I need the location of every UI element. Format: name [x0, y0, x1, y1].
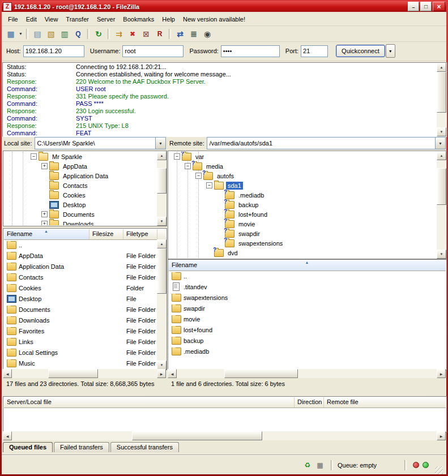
file-row[interactable]: DownloadsFile Folder [4, 315, 156, 325]
file-row[interactable]: CookiesFolder [4, 282, 156, 293]
port-input[interactable] [301, 45, 328, 57]
expand-icon[interactable] [41, 163, 48, 169]
local-path-combobox[interactable]: C:\Users\Mr Sparkle\ [35, 137, 166, 149]
maximize-button[interactable] [420, 2, 432, 11]
combo-dropdown-icon[interactable] [155, 138, 165, 149]
column-header-filename[interactable]: Filename [169, 260, 446, 271]
column-header-filesize[interactable]: Filesize [89, 229, 123, 239]
scroll-right-icon[interactable] [157, 369, 166, 378]
tree-item[interactable]: swapdir [169, 229, 436, 238]
file-row[interactable]: swapextensions [169, 292, 446, 303]
scrollbar-thumb[interactable] [437, 168, 446, 205]
tree-item[interactable]: dvd [169, 248, 436, 258]
remote-list-hscrollbar[interactable] [168, 369, 446, 378]
file-row[interactable]: .. [169, 271, 446, 281]
scroll-left-icon[interactable] [3, 369, 12, 378]
tree-item[interactable]: Documents [4, 209, 156, 219]
toggle-remote-tree-icon[interactable] [58, 28, 71, 40]
tree-item[interactable]: media [169, 161, 436, 171]
reconnect-icon[interactable] [153, 28, 166, 40]
quickconnect-dropdown-icon[interactable] [386, 44, 395, 58]
tree-item[interactable]: Cookies [4, 190, 156, 200]
tree-item-selected[interactable]: sda1 [169, 181, 436, 190]
tree-item[interactable]: Downloads [4, 219, 156, 225]
speed-limits-icon[interactable] [302, 461, 313, 470]
tree-item[interactable]: lost+found [169, 209, 436, 219]
tree-item[interactable]: swapextensions [169, 238, 436, 248]
tree-item[interactable]: Mr Sparkle [4, 152, 156, 161]
tree-item[interactable]: backup [169, 200, 436, 209]
tree-item[interactable]: var [169, 152, 436, 161]
username-input[interactable] [122, 45, 184, 57]
combo-dropdown-icon[interactable] [435, 138, 445, 149]
tree-item[interactable]: AppData [4, 161, 156, 171]
title-bar[interactable]: 192.168.1.20 - root@192.168.1.20 - FileZ… [2, 1, 446, 12]
scroll-up-icon[interactable] [437, 151, 446, 160]
scroll-down-icon[interactable] [437, 127, 446, 136]
collapse-icon[interactable] [174, 153, 180, 160]
cancel-operation-icon[interactable] [126, 28, 139, 40]
file-row[interactable]: .mediadb [169, 346, 446, 357]
column-header-filetype[interactable]: Filetype [123, 229, 157, 239]
toggle-transfer-queue-icon[interactable] [72, 28, 84, 40]
collapse-icon[interactable] [206, 182, 212, 188]
scroll-up-icon[interactable] [437, 63, 446, 72]
site-manager-dropdown-icon[interactable] [18, 28, 24, 40]
menu-server[interactable]: Server [93, 14, 119, 24]
scroll-down-icon[interactable] [157, 361, 167, 370]
collapse-icon[interactable] [31, 153, 37, 160]
queue-hscrollbar[interactable] [3, 431, 446, 440]
toggle-local-tree-icon[interactable] [45, 28, 57, 40]
file-row[interactable]: DesktopFile [4, 293, 156, 304]
scroll-up-icon[interactable] [157, 151, 167, 160]
file-row[interactable]: .. [4, 239, 156, 250]
column-header-server-local-file[interactable]: Server/Local file [4, 397, 295, 408]
site-manager-icon[interactable] [5, 28, 17, 40]
minimize-button[interactable] [408, 2, 419, 11]
close-button[interactable] [433, 2, 445, 11]
scroll-down-icon[interactable] [157, 217, 167, 226]
quickconnect-button[interactable]: Quickconnect [336, 45, 385, 57]
scrollbar-thumb[interactable] [157, 248, 167, 294]
password-input[interactable] [221, 45, 280, 57]
file-row[interactable]: backup [169, 335, 446, 346]
resize-grip[interactable] [435, 466, 443, 474]
log-scrollbar[interactable] [437, 63, 446, 136]
tree-item[interactable]: autofs [169, 171, 436, 181]
tree-item[interactable]: Application Data [4, 171, 156, 181]
collapse-icon[interactable] [195, 173, 202, 179]
host-input[interactable] [23, 45, 84, 57]
remote-tree-scrollbar[interactable] [437, 151, 446, 259]
refresh-icon[interactable] [92, 28, 105, 40]
tree-item[interactable]: Contacts [4, 181, 156, 190]
file-row[interactable]: Application DataFile Folder [4, 261, 156, 272]
tab-queued-files[interactable]: Queued files [3, 442, 53, 452]
menu-new-version[interactable]: New version available! [179, 14, 249, 24]
scroll-left-icon[interactable] [168, 369, 177, 378]
file-row[interactable]: swapdir [169, 303, 446, 314]
column-header-remote-file[interactable]: Remote file [324, 397, 446, 408]
file-row[interactable]: FavoritesFile Folder [4, 325, 156, 336]
process-queue-icon[interactable] [113, 28, 125, 40]
file-row[interactable]: Local SettingsFile Folder [4, 347, 156, 358]
menu-view[interactable]: View [41, 14, 62, 24]
directory-comparison-icon[interactable] [174, 28, 186, 40]
file-row[interactable]: ContactsFile Folder [4, 272, 156, 282]
synchronized-browsing-icon[interactable] [187, 28, 200, 40]
scrollbar-thumb[interactable] [437, 72, 446, 113]
tab-successful-transfers[interactable]: Successful transfers [110, 442, 179, 452]
file-row[interactable]: lost+found [169, 324, 446, 335]
tree-item[interactable]: .mediadb [169, 190, 436, 200]
tab-failed-transfers[interactable]: Failed transfers [54, 442, 109, 452]
file-row[interactable]: DocumentsFile Folder [4, 304, 156, 315]
scroll-right-icon[interactable] [437, 431, 446, 440]
file-row[interactable]: movie [169, 314, 446, 324]
file-row[interactable]: AppDataFile Folder [4, 250, 156, 261]
find-files-icon[interactable] [201, 28, 214, 40]
local-list-scrollbar[interactable] [157, 239, 167, 370]
scroll-right-icon[interactable] [437, 369, 446, 378]
expand-icon[interactable] [41, 211, 48, 217]
file-row[interactable]: .titandev [169, 281, 446, 292]
filter-icon[interactable] [315, 461, 325, 470]
file-row[interactable]: MusicFile Folder [4, 358, 156, 368]
